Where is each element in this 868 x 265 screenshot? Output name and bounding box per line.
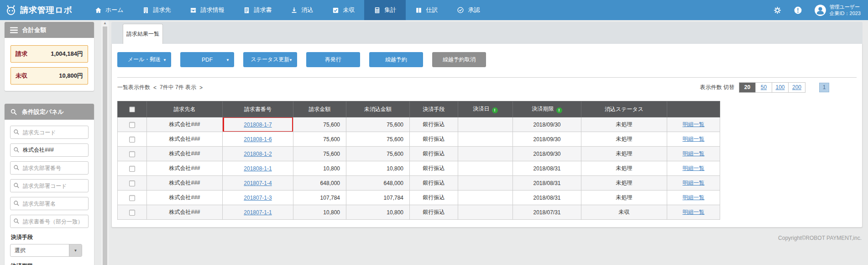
search-icon — [13, 200, 20, 208]
nav-item-invoice[interactable]: 請求書 — [234, 0, 281, 20]
detail-list-link[interactable]: 明細一覧 — [683, 194, 705, 201]
row-checkbox[interactable] — [129, 166, 135, 172]
mail-post-button[interactable]: メール・郵送▼ — [117, 52, 171, 67]
settings-gear-icon[interactable] — [773, 6, 782, 15]
current-page[interactable]: 1 — [819, 83, 829, 92]
row-checkbox[interactable] — [129, 137, 135, 143]
detail-list-link[interactable]: 明細一覧 — [683, 180, 705, 186]
divider — [117, 77, 857, 78]
search-icon — [13, 129, 20, 137]
prev-page-arrow[interactable]: < — [153, 85, 157, 91]
due-date-cell: 2018/09/30 — [513, 147, 581, 161]
page-size-option-200[interactable]: 200 — [789, 83, 805, 92]
search-icon — [13, 218, 20, 226]
row-select-cell — [118, 205, 147, 220]
invoice-no-link[interactable]: 201808-1-2 — [244, 151, 272, 157]
table-row: 株式会社###201808-1-275,60075,600銀行振込2018/09… — [118, 147, 720, 161]
carryover-reserve-button[interactable]: 繰越予約 — [369, 52, 423, 67]
client-name-cell: 株式会社### — [147, 161, 223, 176]
invoice-no-link[interactable]: 201807-1-4 — [244, 180, 272, 186]
nav-item-unpaid[interactable]: 未収 — [323, 0, 364, 20]
col-header-billing-amount: 請求金額 — [293, 101, 346, 117]
row-checkbox[interactable] — [129, 195, 135, 201]
invoice-no-link[interactable]: 201808-1-7 — [244, 122, 272, 128]
status-update-button[interactable]: ステータス更新▼ — [243, 52, 297, 67]
nav-item-billing-info[interactable]: 請求情報 — [180, 0, 234, 20]
status-cell: 未処理 — [581, 191, 667, 205]
col-header-invoice-no: 請求書番号 — [223, 101, 293, 117]
nav-item-clearing[interactable]: 消込 — [281, 0, 323, 20]
page-size-option-50[interactable]: 50 — [756, 83, 772, 92]
invoice-icon — [243, 7, 250, 14]
summary-panel-header[interactable]: 合計金額 — [5, 22, 94, 38]
client-name-cell: 株式会社### — [147, 147, 223, 161]
status-cell: 未処理 — [581, 161, 667, 176]
invoice-no-link[interactable]: 201807-1-3 — [244, 195, 272, 201]
payment-method-cell: 銀行振込 — [410, 117, 458, 132]
carryover-reserve-cancel-button[interactable]: 繰越予約取消 — [432, 52, 486, 67]
filter-field-client-dept-code — [10, 179, 89, 192]
avatar-icon — [814, 4, 826, 16]
settlement-date-cell — [458, 191, 513, 205]
filter-panel-title: 条件設定パネル — [22, 108, 64, 116]
invoice-no-link[interactable]: 201807-1-1 — [244, 209, 272, 216]
payment-method-select[interactable]: 選択 ▼ — [10, 244, 82, 257]
detail-list-link[interactable]: 明細一覧 — [683, 136, 705, 142]
nav-item-client[interactable]: 請求先 — [133, 0, 180, 20]
user-menu[interactable]: 管理ユーザー 企業ID：2023 — [814, 4, 861, 17]
status-cell: 未処理 — [581, 132, 667, 147]
user-name: 管理ユーザー — [830, 4, 861, 10]
brand-title: 請求管理ロボ — [20, 5, 73, 16]
select-all-checkbox[interactable] — [129, 106, 135, 112]
billing-total-value: 1,004,184円 — [51, 50, 83, 58]
client-code-input[interactable] — [10, 126, 89, 139]
search-icon — [13, 182, 20, 190]
col-header-clearing-status: 消込ステータス — [581, 101, 667, 117]
invoice-no-link[interactable]: 201808-1-1 — [244, 165, 272, 172]
detail-cell: 明細一覧 — [667, 176, 720, 191]
nav-item-home[interactable]: ホーム — [85, 0, 133, 20]
filter-panel-header[interactable]: 条件設定パネル — [5, 104, 94, 120]
unsettled-amount-cell: 75,600 — [346, 147, 410, 161]
client-dept-name-input[interactable] — [10, 197, 89, 210]
nav-item-label: 未収 — [343, 6, 355, 14]
page-size-option-100[interactable]: 100 — [772, 83, 789, 92]
row-checkbox[interactable] — [129, 180, 135, 186]
scroll-up-arrow-icon[interactable]: ▲ — [101, 21, 109, 25]
info-icon: ! — [556, 107, 562, 113]
page-size-option-20[interactable]: 20 — [739, 83, 756, 92]
tab-billing-results[interactable]: 請求結果一覧 — [123, 24, 163, 44]
detail-cell: 明細一覧 — [667, 132, 720, 147]
nav-item-journal[interactable]: 仕訳 — [406, 0, 447, 20]
reissue-button[interactable]: 再発行 — [306, 52, 360, 67]
nav-item-label: 消込 — [301, 6, 313, 14]
detail-list-link[interactable]: 明細一覧 — [683, 150, 705, 157]
billing-total-box: 請求 1,004,184円 — [10, 45, 88, 63]
payment-method-cell: 銀行振込 — [410, 176, 458, 191]
chevron-down-icon: ▼ — [163, 58, 167, 62]
alert-icon[interactable] — [794, 6, 802, 15]
row-checkbox[interactable] — [129, 210, 135, 216]
next-page-arrow[interactable]: > — [199, 85, 203, 91]
brand-logo[interactable]: 請求管理ロボ — [0, 0, 80, 20]
detail-list-link[interactable]: 明細一覧 — [683, 121, 705, 127]
row-checkbox[interactable] — [129, 151, 135, 157]
scrollbar-thumb[interactable] — [103, 26, 107, 265]
payment-method-label: 決済手段 — [11, 233, 88, 241]
client-name-input[interactable] — [10, 143, 89, 157]
detail-list-link[interactable]: 明細一覧 — [683, 209, 705, 215]
sidebar-scrollbar[interactable]: ▲ — [101, 20, 109, 265]
invoice-no-link[interactable]: 201808-1-6 — [244, 136, 272, 143]
col-header-client-name: 請求先名 — [147, 101, 223, 117]
client-dept-code-input[interactable] — [10, 179, 89, 192]
pdf-button[interactable]: PDF▼ — [180, 52, 234, 67]
client-dept-no-input[interactable] — [10, 161, 89, 175]
settlement-date-cell — [458, 147, 513, 161]
invoice-no-partial-input[interactable] — [10, 215, 89, 228]
nav-item-approval[interactable]: 承認 — [447, 0, 489, 20]
row-select-cell — [118, 117, 147, 132]
chevron-down-icon: ▼ — [289, 58, 293, 62]
nav-item-aggregate[interactable]: 集計 — [364, 0, 406, 20]
row-checkbox[interactable] — [129, 122, 135, 128]
detail-list-link[interactable]: 明細一覧 — [683, 165, 705, 171]
